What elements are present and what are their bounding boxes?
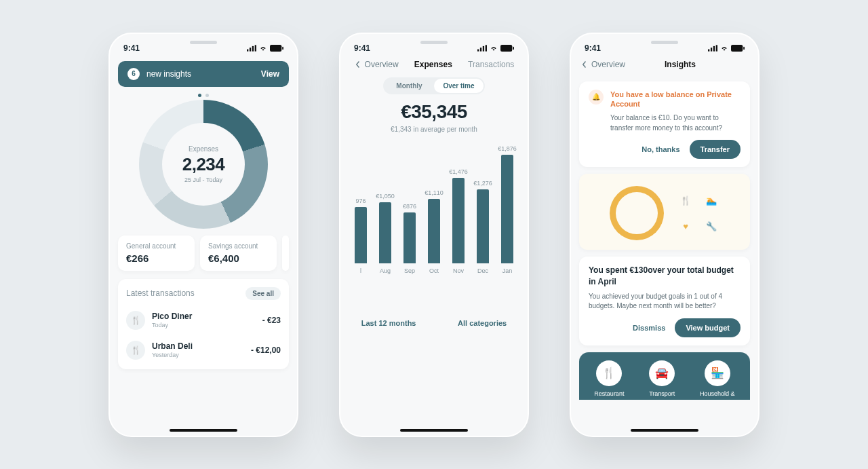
restaurant-icon: 🍴 [126, 341, 145, 360]
page-title: Insights [665, 60, 696, 69]
account-amount: €6,400 [208, 252, 269, 264]
transaction-name: Urban Deli [152, 341, 193, 351]
insight-budget-summary: You spent €130over your total budget in … [579, 257, 750, 345]
transfer-button[interactable]: Transfer [690, 140, 741, 159]
filter-categories[interactable]: All categories [458, 319, 507, 327]
category-label: Household & [700, 390, 735, 397]
no-thanks-button[interactable]: No, thanks [642, 145, 679, 153]
bar [452, 178, 465, 263]
phone-overview: 9:41 6 new insights View Expenses 2,234 … [108, 33, 298, 437]
insights-banner-label: new insights [146, 69, 191, 79]
phone-insights: 9:41 Overview Insights 🔔 You have a low … [570, 33, 760, 437]
tab-transactions[interactable]: Transactions [468, 60, 514, 69]
bar-col[interactable]: €1,050Aug [376, 193, 395, 274]
account-amount: €266 [126, 252, 186, 264]
bar-col[interactable]: 976l [351, 198, 370, 274]
segment-monthly[interactable]: Monthly [384, 79, 434, 93]
home-indicator[interactable] [400, 429, 468, 432]
bar-col[interactable]: €1,876Jan [498, 145, 517, 274]
category-label: Transport [649, 390, 675, 397]
filter-range[interactable]: Last 12 months [361, 319, 416, 327]
bar-col[interactable]: €1,276Dec [473, 180, 492, 274]
insight-body: Your balance is €10. Do you want to tran… [610, 113, 741, 133]
category-item[interactable]: 🚘 Transport [649, 360, 675, 397]
back-label: Overview [365, 60, 399, 69]
bar-month-label: l [360, 267, 361, 274]
dismiss-button[interactable]: Dissmiss [633, 324, 665, 332]
insights-count-badge: 6 [127, 68, 140, 80]
page-dot[interactable] [198, 94, 201, 97]
bar [403, 212, 416, 263]
bar-value-label: €1,276 [473, 180, 492, 187]
transaction-when: Today [152, 322, 192, 329]
account-card-peek[interactable] [282, 236, 289, 271]
insight-title: You have a low balance on Private Accoun… [610, 90, 741, 110]
wrench-icon: 🔧 [703, 218, 719, 234]
restaurant-icon: 🍴 [596, 360, 622, 386]
battery-icon [270, 45, 283, 52]
status-icons [247, 44, 283, 52]
account-card[interactable]: General account €266 [118, 236, 195, 271]
bar-month-label: Sep [404, 267, 415, 274]
account-cards: General account €266 Savings account €6,… [110, 236, 297, 271]
signal-icon [247, 45, 256, 52]
bar [477, 189, 489, 263]
segment-period[interactable]: Monthly Over time [383, 77, 485, 94]
account-name: Savings account [208, 242, 269, 250]
insight-budget-ring: €720 / €650 🍴 🏊 ♥ 🔧 [579, 174, 750, 250]
category-label: Restaurant [594, 390, 624, 397]
bar-value-label: €1,110 [425, 189, 443, 196]
wifi-icon [259, 44, 267, 52]
bar-value-label: €1,876 [498, 145, 517, 152]
home-indicator[interactable] [631, 429, 698, 432]
phone-expenses: 9:41 Overview Expenses Transactions Mont… [339, 33, 529, 437]
svg-rect-5 [282, 46, 283, 50]
status-icons [708, 44, 745, 52]
status-bar: 9:41 [340, 34, 528, 57]
transaction-row[interactable]: 🍴 Urban Deli Yesterday - €12,00 [126, 337, 281, 367]
transaction-name: Pico Diner [152, 312, 192, 321]
signal-icon [477, 45, 487, 52]
donut-value: 2,234 [182, 154, 225, 175]
back-label: Overview [591, 60, 625, 69]
back-overview[interactable]: Overview [580, 60, 625, 69]
svg-rect-7 [480, 48, 481, 51]
view-budget-button[interactable]: View budget [675, 318, 741, 337]
category-item[interactable]: 🍴 Restaurant [594, 360, 624, 397]
bar-col[interactable]: €1,476Nov [449, 168, 468, 274]
notch [420, 41, 448, 44]
status-icons [477, 44, 514, 52]
store-icon: 🏪 [705, 360, 730, 386]
bar-value-label: €1,050 [376, 193, 395, 200]
expense-donut[interactable]: Expenses 2,234 25 Jul - Today [139, 100, 268, 229]
insights-view-action[interactable]: View [261, 69, 279, 79]
svg-rect-12 [708, 49, 709, 51]
insight-low-balance: 🔔 You have a low balance on Private Acco… [579, 81, 750, 168]
home-indicator[interactable] [170, 429, 237, 432]
insights-banner[interactable]: 6 new insights View [118, 61, 289, 87]
svg-rect-10 [500, 45, 512, 52]
section-title: Latest transactions [126, 288, 195, 298]
status-time: 9:41 [123, 43, 140, 53]
back-overview[interactable]: Overview [354, 60, 399, 69]
chevron-left-icon [580, 60, 589, 69]
svg-rect-17 [743, 46, 745, 50]
transaction-row[interactable]: 🍴 Pico Diner Today - €23 [126, 307, 281, 337]
tab-expenses[interactable]: Expenses [414, 60, 452, 69]
see-all-chip[interactable]: See all [245, 287, 281, 300]
page-dot[interactable] [205, 94, 209, 97]
avg-amount: €1,343 in average per month [340, 126, 528, 133]
bar-month-label: Nov [453, 267, 464, 274]
svg-rect-11 [513, 46, 514, 50]
bar-col[interactable]: €876Sep [400, 203, 419, 274]
bar [428, 199, 440, 263]
transaction-amount: - €12,00 [251, 345, 281, 355]
category-item[interactable]: 🏪 Household & [700, 360, 735, 397]
account-card[interactable]: Savings account €6,400 [200, 236, 277, 271]
transaction-amount: - €23 [262, 316, 281, 325]
segment-over-time[interactable]: Over time [434, 79, 484, 93]
top-nav: Overview Insights [571, 57, 758, 75]
chevron-left-icon [354, 60, 362, 69]
bar-col[interactable]: €1,110Oct [425, 189, 443, 274]
battery-icon [500, 45, 514, 52]
